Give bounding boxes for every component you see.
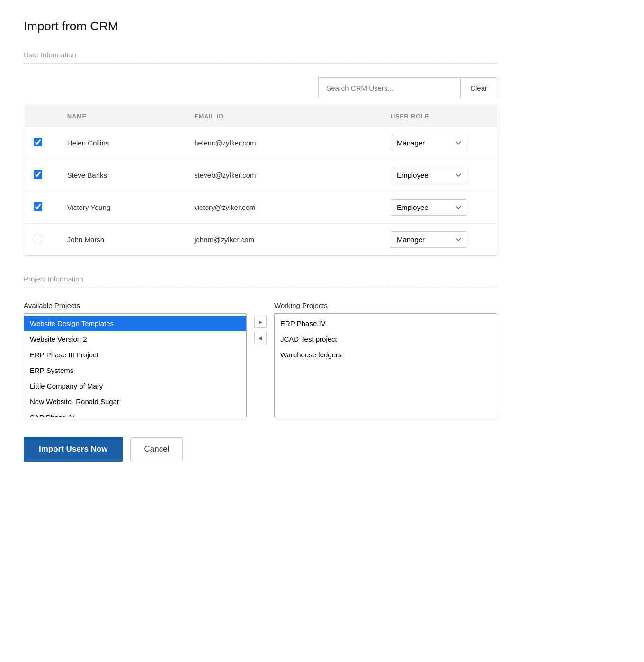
user-name: Victory Young xyxy=(58,191,185,224)
users-table: NAME EMAIL ID USER ROLE Helen Collinshel… xyxy=(24,106,497,256)
search-input[interactable] xyxy=(318,77,460,98)
section-divider xyxy=(24,63,497,64)
search-bar: Clear xyxy=(24,77,497,98)
clear-button[interactable]: Clear xyxy=(460,77,497,98)
transfer-buttons: ► ◄ xyxy=(247,316,274,344)
table-row: Victory Youngvictory@zylker.comManagerEm… xyxy=(24,191,497,224)
user-email: steveb@zylker.com xyxy=(185,159,381,191)
col-header-email: EMAIL ID xyxy=(185,106,381,127)
available-projects-column: Available Projects Website Design Templa… xyxy=(24,301,247,418)
user-email: johnm@zylker.com xyxy=(185,224,381,256)
user-checkbox[interactable] xyxy=(34,170,42,179)
available-projects-list[interactable]: Website Design TemplatesWebsite Version … xyxy=(24,313,247,417)
role-select[interactable]: ManagerEmployeeAdmin xyxy=(391,231,466,248)
user-information-section: User Information Clear NAME EMAIL ID USE… xyxy=(24,51,497,256)
cancel-button[interactable]: Cancel xyxy=(130,437,183,461)
user-email: victory@zylker.com xyxy=(185,191,381,224)
section-label: User Information xyxy=(24,51,497,59)
user-name: Helen Collins xyxy=(58,127,185,159)
role-select[interactable]: ManagerEmployeeAdmin xyxy=(391,167,466,183)
section-label: Project Information xyxy=(24,275,497,283)
table-row: Helen Collinshelenc@zylker.comManagerEmp… xyxy=(24,127,497,159)
user-checkbox[interactable] xyxy=(34,235,42,243)
user-name: John Marsh xyxy=(58,224,185,256)
section-divider-2 xyxy=(24,288,497,288)
user-email: helenc@zylker.com xyxy=(185,127,381,159)
user-name: Steve Banks xyxy=(58,159,185,191)
col-header-name: NAME xyxy=(58,106,185,127)
user-checkbox[interactable] xyxy=(34,202,42,211)
working-projects-column: Working Projects ERP Phase IVJCAD Test p… xyxy=(274,301,497,418)
available-projects-label: Available Projects xyxy=(24,301,247,309)
import-users-button[interactable]: Import Users Now xyxy=(24,437,123,462)
footer-buttons: Import Users Now Cancel xyxy=(24,437,497,462)
working-projects-label: Working Projects xyxy=(274,301,497,309)
col-header-checkbox xyxy=(24,106,58,127)
working-projects-list[interactable]: ERP Phase IVJCAD Test projectWarehouse l… xyxy=(274,313,497,417)
table-row: John Marshjohnm@zylker.comManagerEmploye… xyxy=(24,224,497,256)
page-title: Import from CRM xyxy=(24,19,497,34)
project-info-section: Project Information Available Projects W… xyxy=(24,275,497,418)
projects-container: Available Projects Website Design Templa… xyxy=(24,301,497,418)
role-select[interactable]: ManagerEmployeeAdmin xyxy=(391,199,466,216)
user-checkbox[interactable] xyxy=(34,138,42,146)
role-select[interactable]: ManagerEmployeeAdmin xyxy=(391,135,466,151)
col-header-role: USER ROLE xyxy=(381,106,497,127)
table-row: Steve Bankssteveb@zylker.comManagerEmplo… xyxy=(24,159,497,191)
transfer-left-button[interactable]: ◄ xyxy=(254,332,267,344)
transfer-right-button[interactable]: ► xyxy=(254,316,267,328)
